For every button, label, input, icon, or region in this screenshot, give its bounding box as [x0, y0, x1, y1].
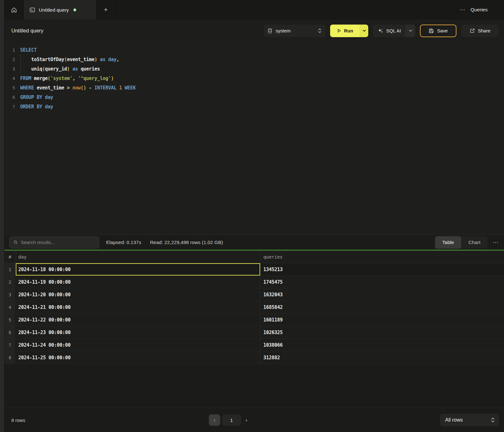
row-index-cell[interactable]: 5 [4, 314, 16, 326]
chevron-down-icon [363, 30, 366, 32]
day-cell[interactable]: 2024-11-25 00:00:00 [16, 351, 260, 364]
day-cell[interactable]: 2024-11-24 00:00:00 [16, 339, 260, 351]
row-count-label: 8 rows [11, 418, 25, 423]
day-cell[interactable]: 2024-11-21 00:00:00 [16, 301, 260, 313]
column-header-day[interactable]: day [16, 251, 260, 263]
tab-chart-view[interactable]: Chart [461, 236, 488, 249]
queries-cell[interactable]: 1685842 [260, 301, 504, 313]
chevron-down-icon [409, 30, 412, 32]
current-page-button[interactable]: 1 [222, 414, 241, 426]
tab-overflow-icon[interactable]: ⋯ [460, 6, 466, 13]
previous-page-button[interactable]: ‹ [209, 414, 220, 426]
queries-cell[interactable]: 312882 [260, 351, 504, 364]
unsaved-changes-dot [73, 9, 76, 11]
code-line[interactable]: 6GROUP BY day [4, 93, 504, 102]
tab-label: Untitled query [39, 7, 69, 13]
updown-chevrons-icon [318, 28, 322, 33]
code-text: uniq(query_id) as queries [20, 66, 100, 72]
results-more-icon[interactable]: ⋯ [493, 239, 499, 246]
row-index-cell[interactable]: 1 [4, 263, 16, 276]
line-number: 3 [4, 66, 15, 71]
header-actions: system Run [264, 25, 499, 37]
code-line[interactable]: 7ORDER BY day [4, 102, 504, 111]
table-row: 22024-11-19 00:00:001745475 [4, 276, 504, 288]
terminal-icon [29, 7, 35, 13]
line-number: 6 [4, 95, 15, 100]
save-label: Save [437, 28, 448, 33]
code-text: FROM merge('system', '^query_log') [20, 76, 114, 81]
line-number: 1 [4, 48, 15, 53]
code-line[interactable]: 2 toStartOfDay(event_time) as day, [4, 55, 504, 64]
save-button[interactable]: Save [420, 25, 456, 37]
query-title: Untitled query [11, 28, 43, 34]
line-number: 2 [4, 57, 15, 62]
day-cell[interactable]: 2024-11-18 00:00:00 [16, 263, 260, 276]
database-icon [267, 28, 272, 34]
database-select[interactable]: system [264, 25, 325, 37]
sql-console-app: Untitled query + ⋯ Queries Untitled quer… [0, 0, 504, 432]
table-row: 52024-11-22 00:00:001601189 [4, 314, 504, 326]
sql-ai-button-group: SQL AI [373, 25, 415, 37]
sql-ai-options-button[interactable] [406, 25, 415, 37]
row-index-cell[interactable]: 2 [4, 276, 16, 288]
row-index-cell[interactable]: 7 [4, 339, 16, 351]
code-text: SELECT [20, 47, 37, 53]
search-results-input[interactable] [21, 240, 95, 245]
external-link-icon [470, 28, 475, 33]
day-cell[interactable]: 2024-11-20 00:00:00 [16, 288, 260, 301]
sql-editor[interactable]: 1SELECT2 toStartOfDay(event_time) as day… [4, 42, 504, 235]
run-button-group: Run [330, 25, 368, 37]
row-index-cell[interactable]: 3 [4, 288, 16, 301]
queries-cell[interactable]: 1745475 [260, 276, 504, 288]
line-number: 5 [4, 85, 15, 90]
code-lines: 1SELECT2 toStartOfDay(event_time) as day… [4, 45, 504, 111]
rows-per-page-select[interactable]: All rows [440, 414, 499, 426]
rows-per-page-value: All rows [445, 417, 463, 423]
sql-ai-button[interactable]: SQL AI [373, 25, 406, 37]
queries-cell[interactable]: 1632043 [260, 288, 504, 301]
read-stat: Read: 22,229,488 rows (1.02 GB) [150, 240, 223, 245]
queries-cell[interactable]: 1345213 [260, 263, 504, 276]
tab-untitled-query[interactable]: Untitled query [23, 0, 96, 20]
code-text: ORDER BY day [20, 104, 53, 110]
queries-cell[interactable]: 1026325 [260, 326, 504, 338]
column-header-queries[interactable]: queries [260, 251, 504, 263]
chevron-right-icon: › [245, 417, 247, 423]
results-table-body: 12024-11-18 00:00:00134521322024-11-19 0… [4, 263, 504, 364]
results-toolbar: Elapsed: 0.137s Read: 22,229,488 rows (1… [4, 235, 504, 250]
column-header-index[interactable]: # [4, 251, 16, 263]
line-number: 4 [4, 76, 15, 81]
results-empty-area [4, 364, 504, 408]
main-panel: Untitled query + ⋯ Queries Untitled quer… [4, 0, 504, 432]
day-cell[interactable]: 2024-11-19 00:00:00 [16, 276, 260, 288]
code-line[interactable]: 3 uniq(query_id) as queries [4, 64, 504, 74]
search-icon [13, 240, 18, 245]
pagination: ‹ 1 › [209, 408, 252, 432]
day-cell[interactable]: 2024-11-23 00:00:00 [16, 326, 260, 338]
search-results-box[interactable] [9, 236, 99, 248]
results-table: # day queries 12024-11-18 00:00:00134521… [4, 251, 504, 364]
share-label: Share [478, 28, 490, 33]
next-page-button[interactable]: › [241, 414, 252, 426]
code-text: GROUP BY day [20, 94, 53, 100]
sql-ai-label: SQL AI [386, 28, 401, 33]
run-button[interactable]: Run [330, 25, 360, 37]
code-text: WHERE event_time > now() - INTERVAL 1 WE… [20, 85, 136, 91]
queries-cell[interactable]: 1601189 [260, 314, 504, 326]
home-button[interactable] [4, 0, 23, 20]
run-options-button[interactable] [360, 25, 368, 37]
code-line[interactable]: 5WHERE event_time > now() - INTERVAL 1 W… [4, 83, 504, 93]
sparkles-icon [378, 28, 383, 34]
row-index-cell[interactable]: 8 [4, 351, 16, 364]
tab-table-view[interactable]: Table [435, 236, 461, 249]
save-icon [428, 28, 434, 34]
queries-link[interactable]: Queries [471, 7, 488, 13]
new-tab-button[interactable]: + [96, 0, 116, 20]
row-index-cell[interactable]: 6 [4, 326, 16, 338]
code-line[interactable]: 1SELECT [4, 45, 504, 55]
queries-cell[interactable]: 1038066 [260, 339, 504, 351]
code-line[interactable]: 4FROM merge('system', '^query_log') [4, 74, 504, 83]
day-cell[interactable]: 2024-11-22 00:00:00 [16, 314, 260, 326]
row-index-cell[interactable]: 4 [4, 301, 16, 313]
share-button[interactable]: Share [461, 25, 499, 37]
